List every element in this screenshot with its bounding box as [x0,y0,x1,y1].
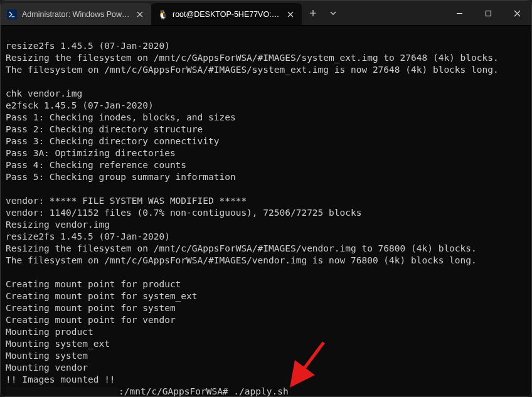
tab-close-button[interactable] [135,9,145,19]
window-controls [445,1,531,25]
powershell-icon [7,9,17,19]
maximize-button[interactable] [474,1,503,26]
window-close-button[interactable] [503,1,531,26]
svg-rect-0 [486,11,491,16]
terminal-window: Administrator: Windows PowerShell 🐧 root… [0,0,532,397]
titlebar-drag-region[interactable] [342,1,445,25]
redacted-user-host [6,387,119,397]
new-tab-button[interactable] [302,1,324,26]
tab-close-button[interactable] [285,9,295,19]
terminal-output: resize2fs 1.45.5 (07-Jan-2020) Resizing … [6,40,526,386]
prompt-line: :/mnt/c/GAppsForWSA# ./apply.sh [6,386,526,396]
tab-actions [302,1,342,25]
tab-title: root@DESKTOP-5HE77VO: /mnt [173,10,280,19]
tux-icon: 🐧 [157,9,168,19]
minimize-button[interactable] [445,1,474,26]
prompt-path: :/mnt/c/GAppsForWSA# [119,386,228,396]
tab-dropdown-button[interactable] [324,1,342,26]
tab-title: Administrator: Windows PowerShell [22,10,130,19]
title-bar[interactable]: Administrator: Windows PowerShell 🐧 root… [1,1,531,26]
prompt-command: ./apply.sh [233,386,288,396]
tab-strip: Administrator: Windows PowerShell 🐧 root… [1,1,302,25]
terminal-body[interactable]: resize2fs 1.45.5 (07-Jan-2020) Resizing … [1,26,531,396]
tab-linux[interactable]: 🐧 root@DESKTOP-5HE77VO: /mnt [151,3,302,25]
tab-powershell[interactable]: Administrator: Windows PowerShell [1,3,151,25]
